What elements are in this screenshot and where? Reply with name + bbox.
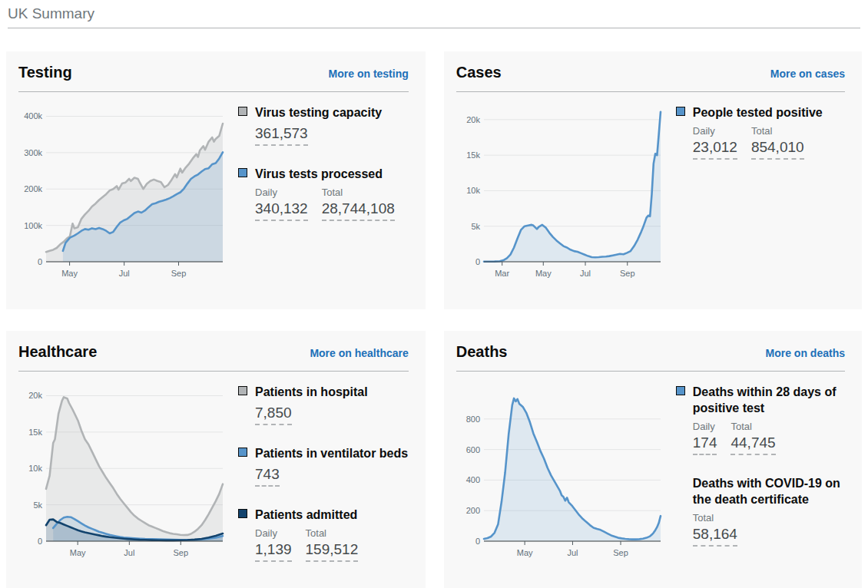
page-header: UK Summary: [0, 0, 868, 28]
more-on-cases-link[interactable]: More on cases: [770, 68, 845, 80]
chart-wrap-healthcare: 05k10k15k20kMayJulSep: [18, 382, 227, 582]
svg-text:Sep: Sep: [620, 269, 635, 278]
svg-text:5k: 5k: [33, 500, 42, 510]
stat-block: Patients admittedDaily1,139Total159,512: [238, 507, 409, 562]
more-on-testing-link[interactable]: More on testing: [329, 68, 409, 80]
stat-value-group: Total58,164: [693, 512, 737, 547]
stat-values: Daily340,132Total28,744,108: [255, 187, 409, 221]
page-title: UK Summary: [8, 5, 860, 23]
stat-value-group: Daily1,139: [255, 527, 292, 562]
stat-value-group: Daily174: [693, 421, 717, 455]
stat-label: Deaths within 28 days of positive test: [693, 384, 845, 416]
stat-value[interactable]: 1,139: [255, 541, 292, 562]
stat-value-caption: Daily: [255, 187, 308, 199]
svg-text:400k: 400k: [24, 111, 42, 121]
panel-testing: TestingMore on testing0100k200k300k400kM…: [6, 51, 426, 309]
panel-title-testing: Testing: [18, 64, 72, 81]
stat-value[interactable]: 28,744,108: [322, 200, 395, 221]
stat-value[interactable]: 174: [693, 434, 717, 455]
panel-deaths: DeathsMore on deaths0200400600800MayJulS…: [444, 331, 862, 588]
svg-text:0: 0: [38, 537, 42, 546]
panel-title-deaths: Deaths: [456, 343, 508, 361]
svg-text:200k: 200k: [24, 184, 42, 193]
svg-text:Sep: Sep: [171, 269, 187, 278]
stat-label: People tested positive: [693, 104, 845, 121]
stat-block: Deaths with COVID-19 on the death certif…: [676, 475, 845, 547]
svg-text:100k: 100k: [24, 221, 42, 230]
stat-value-group: Daily23,012: [693, 125, 737, 160]
stat-value[interactable]: 23,012: [693, 139, 737, 160]
svg-text:800: 800: [465, 415, 479, 424]
stat-value[interactable]: 44,745: [731, 434, 775, 455]
chart-testing: 0100k200k300k400kMayJulSep: [18, 103, 227, 285]
stat-label: Patients in hospital: [255, 384, 409, 400]
svg-text:400: 400: [465, 475, 479, 484]
header-divider: [8, 28, 860, 28]
svg-text:200: 200: [465, 506, 479, 515]
stat-value[interactable]: 361,573: [255, 125, 308, 146]
svg-text:5k: 5k: [471, 222, 480, 231]
stat-values: Total58,164: [693, 512, 845, 547]
blue-square-legend-icon: [676, 107, 685, 116]
stat-values: 7,850: [255, 405, 409, 425]
stat-value-group: Total159,512: [306, 527, 359, 562]
more-on-deaths-link[interactable]: More on deaths: [766, 347, 845, 359]
stat-value-group: 361,573: [255, 125, 308, 146]
chart-deaths: 0200400600800MayJulSep: [456, 382, 665, 564]
stat-value-caption: Total: [731, 421, 775, 433]
panel-title-healthcare: Healthcare: [18, 343, 97, 361]
stat-label: Virus tests processed: [255, 166, 409, 182]
stat-block: Virus tests processedDaily340,132Total28…: [238, 166, 409, 221]
stat-value-group: Total28,744,108: [322, 187, 395, 221]
stat-value[interactable]: 340,132: [255, 200, 308, 221]
panel-body-testing: 0100k200k300k400kMayJulSepVirus testing …: [18, 103, 409, 288]
stats-deaths: Deaths within 28 days of positive testDa…: [665, 382, 845, 567]
panel-body-healthcare: 05k10k15k20kMayJulSepPatients in hospita…: [18, 382, 409, 582]
more-on-healthcare-link[interactable]: More on healthcare: [310, 347, 408, 359]
stat-values: Daily174Total44,745: [693, 421, 845, 455]
stat-value[interactable]: 7,850: [255, 405, 292, 425]
stat-value-caption: Total: [751, 125, 804, 137]
gray-square-legend-icon: [238, 386, 247, 395]
stat-values: 361,573: [255, 125, 409, 146]
panel-body-cases: 05k10k15k20kMarMayJulSepPeople tested po…: [456, 103, 845, 288]
svg-text:20k: 20k: [28, 391, 42, 400]
chart-wrap-testing: 0100k200k300k400kMayJulSep: [18, 103, 227, 288]
stat-values: Daily1,139Total159,512: [255, 527, 409, 562]
svg-text:0: 0: [38, 257, 42, 266]
blue-square-legend-icon: [238, 448, 247, 457]
panel-title-cases: Cases: [456, 64, 502, 81]
svg-text:Jul: Jul: [124, 548, 134, 557]
stat-value[interactable]: 854,010: [751, 139, 804, 160]
panel-healthcare: HealthcareMore on healthcare05k10k15k20k…: [6, 331, 426, 588]
stat-value-caption: Daily: [693, 125, 737, 137]
blue-square-legend-icon: [676, 386, 685, 395]
panel-header-testing: TestingMore on testing: [18, 64, 409, 92]
stat-value-caption: Total: [306, 527, 359, 540]
stat-value[interactable]: 159,512: [306, 541, 359, 562]
stat-value-caption: Total: [322, 187, 395, 199]
stats-cases: People tested positiveDaily23,012Total85…: [665, 103, 845, 288]
svg-text:0: 0: [475, 257, 480, 266]
svg-text:10k: 10k: [28, 464, 42, 473]
svg-text:May: May: [517, 548, 533, 557]
stat-value[interactable]: 58,164: [693, 526, 737, 547]
stat-value-caption: Daily: [255, 527, 292, 540]
stat-value[interactable]: 743: [255, 466, 280, 487]
panel-header-cases: CasesMore on cases: [456, 64, 845, 92]
gray-square-legend-icon: [238, 107, 247, 116]
chart-healthcare: 05k10k15k20kMayJulSep: [18, 382, 227, 564]
stat-value-group: 743: [255, 466, 280, 487]
svg-text:Jul: Jul: [580, 269, 591, 278]
stat-block: Patients in hospital7,850: [238, 384, 409, 425]
svg-text:600: 600: [465, 445, 479, 454]
svg-text:300k: 300k: [24, 148, 42, 157]
stat-label: Deaths with COVID-19 on the death certif…: [693, 475, 845, 507]
stat-block: People tested positiveDaily23,012Total85…: [676, 104, 845, 160]
navy-square-legend-icon: [238, 509, 247, 518]
stats-testing: Virus testing capacity361,573Virus tests…: [227, 103, 409, 288]
svg-text:15k: 15k: [466, 150, 480, 160]
svg-text:Jul: Jul: [119, 269, 130, 278]
svg-text:May: May: [535, 269, 552, 278]
blue-square-legend-icon: [238, 168, 247, 177]
